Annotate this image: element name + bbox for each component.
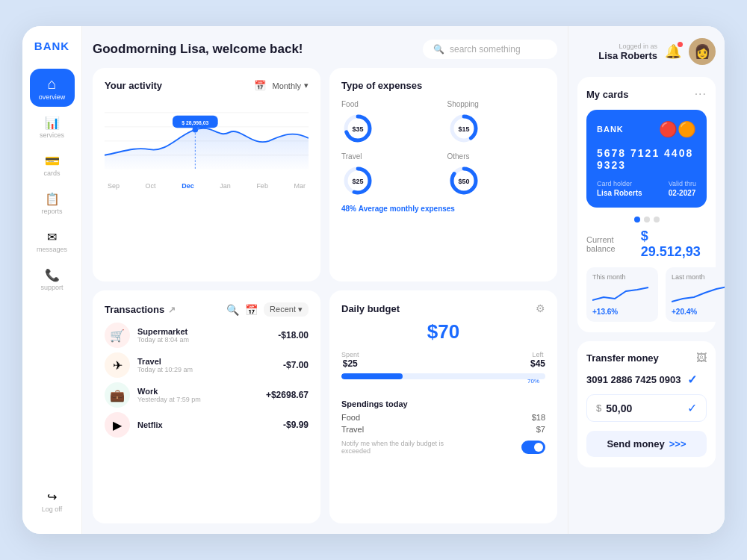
user-logged-as: Logged in as — [598, 43, 657, 50]
budget-spent-col: Spent $25 — [341, 351, 359, 369]
svg-text:$15: $15 — [458, 125, 469, 133]
tx-netflix-info: Netflix — [137, 420, 276, 429]
activity-card: Your activity 📅 Monthly ▾ — [93, 68, 320, 281]
amount-value[interactable]: 50,00 — [606, 402, 683, 414]
cc-holder: Card holder Lisa Roberts — [597, 180, 642, 197]
budget-left-label: Left — [530, 351, 545, 358]
budget-amount: $70 — [341, 320, 545, 343]
budget-spent-label: Spent — [341, 351, 359, 358]
activity-title: Your activity — [105, 80, 162, 91]
progress-spent-pct: 30% — [347, 378, 359, 385]
tx-work: 💼 Work Yesterday at 7:59 pm +$2698.67 — [105, 382, 309, 408]
notification-dot — [678, 42, 683, 47]
transactions-card: Transactions ↗ 🔍 📅 Recent ▾ 🛒 — [93, 290, 320, 523]
spendings-food-value: $18 — [532, 413, 545, 422]
card-dot-1[interactable] — [634, 217, 640, 223]
card-dot-2[interactable] — [644, 217, 650, 223]
my-cards-section: My cards ··· BANK 🔴🟠 5678 7121 4408 9323… — [577, 77, 716, 332]
user-info: Logged in as Lisa Roberts — [598, 43, 657, 61]
search-icon: 🔍 — [433, 44, 444, 55]
tx-supermarket-info: Supermarket Today at 8:04 am — [137, 327, 270, 343]
food-donut-chart: $35 — [341, 112, 374, 145]
card-dot-3[interactable] — [654, 217, 660, 223]
expense-others: Others $50 — [447, 152, 546, 197]
tx-netflix: ▶ Netflix -$9.99 — [105, 412, 309, 438]
tx-supermarket-icon: 🛒 — [105, 323, 130, 348]
cc-bank-name: BANK — [597, 125, 624, 134]
calendar-transactions-icon[interactable]: 📅 — [245, 304, 258, 316]
avg-label: Average monthly expenses — [359, 205, 455, 213]
cc-bottom: Card holder Lisa Roberts Valid thru 02-2… — [597, 180, 696, 197]
search-bar[interactable]: 🔍 search something — [423, 40, 557, 59]
sidebar-item-messages[interactable]: ✉ messages — [30, 224, 75, 259]
tx-work-time: Yesterday at 7:59 pm — [137, 396, 258, 403]
tx-work-amount: +$2698.67 — [266, 390, 309, 400]
notify-toggle[interactable] — [521, 441, 545, 454]
budget-header: Daily budget ⚙ — [341, 302, 545, 314]
amount-field[interactable]: $ 50,00 ✓ — [586, 394, 707, 422]
transfer-icon: 🖼 — [696, 352, 707, 364]
expense-food: Food $35 — [341, 100, 440, 145]
user-name: Lisa Roberts — [598, 50, 657, 61]
sidebar-item-cards[interactable]: 💳 cards — [30, 148, 75, 183]
calendar-icon: 📅 — [254, 80, 266, 91]
sidebar-item-reports[interactable]: 📋 reports — [30, 186, 75, 221]
budget-settings-icon[interactable]: ⚙ — [536, 302, 545, 314]
cc-holder-val: Lisa Roberts — [597, 189, 642, 197]
notify-row: Notify me when the daily budget is excee… — [341, 440, 545, 455]
send-money-label: Send money — [607, 438, 664, 449]
activity-chart: $ 28,998,03 — [105, 97, 309, 179]
tx-netflix-icon: ▶ — [105, 412, 130, 438]
spendings-food-label: Food — [341, 413, 360, 422]
expense-travel: Travel $25 — [341, 152, 440, 197]
right-panel: Logged in as Lisa Roberts 🔔 👩 My cards ·… — [568, 26, 725, 534]
expenses-title: Type of expenses — [341, 80, 545, 91]
tx-work-name: Work — [137, 387, 258, 396]
progress-container: 30% 70% — [341, 373, 545, 385]
expenses-card: Type of expenses Food $35 — [329, 68, 557, 281]
tx-work-icon: 💼 — [105, 382, 130, 408]
tx-supermarket-time: Today at 8:04 am — [137, 336, 270, 343]
balance-label: Current balance — [586, 235, 641, 253]
tx-netflix-name: Netflix — [137, 420, 276, 429]
send-money-button[interactable]: Send money >>> — [586, 431, 707, 457]
services-icon: 📊 — [45, 117, 60, 129]
this-month-chart — [592, 284, 652, 305]
tx-netflix-amount: -$9.99 — [283, 420, 309, 430]
daily-budget-card: Daily budget ⚙ $70 Spent $25 Left $45 — [329, 290, 557, 523]
home-icon: ⌂ — [47, 76, 56, 91]
chart-x-labels: Sep Oct Dec Jan Feb Mar — [105, 182, 309, 190]
expense-travel-donut: $25 — [341, 164, 374, 197]
reports-icon: 📋 — [45, 193, 60, 205]
cc-top: BANK 🔴🟠 — [597, 120, 696, 138]
notification-bell[interactable]: 🔔 — [665, 43, 681, 60]
transfer-title: Transfer money — [586, 352, 659, 364]
expenses-grid: Food $35 Shopping — [341, 100, 545, 197]
cards-menu-button[interactable]: ··· — [695, 87, 707, 101]
sidebar-bottom: ↪ Log off — [30, 484, 75, 522]
tx-supermarket-name: Supermarket — [137, 327, 270, 336]
budget-left-value: $45 — [530, 358, 545, 369]
sidebar-label-cards: cards — [43, 169, 60, 177]
cc-valid: Valid thru 02-2027 — [669, 180, 696, 197]
cc-holder-label: Card holder — [597, 180, 642, 187]
amount-sign: $ — [596, 402, 601, 414]
sidebar-label-overview: overview — [39, 93, 66, 101]
send-arrows-icon: >>> — [669, 438, 686, 449]
others-donut-chart: $50 — [447, 164, 480, 197]
sidebar-item-support[interactable]: 📞 support — [30, 262, 75, 297]
logout-button[interactable]: ↪ Log off — [30, 484, 75, 519]
sidebar-item-services[interactable]: 📊 services — [30, 110, 75, 145]
expense-shopping-label: Shopping — [447, 100, 479, 108]
tx-supermarket-amount: -$18.00 — [278, 330, 309, 340]
transaction-list: 🛒 Supermarket Today at 8:04 am -$18.00 ✈… — [105, 323, 309, 438]
transactions-header: Transactions ↗ 🔍 📅 Recent ▾ — [105, 302, 309, 317]
progress-left-pct: 70% — [527, 378, 539, 385]
logout-label: Log off — [42, 505, 62, 513]
sidebar-item-overview[interactable]: ⌂ overview — [30, 69, 75, 107]
chart-area: $ 28,998,03 — [105, 97, 309, 179]
recent-filter[interactable]: Recent ▾ — [264, 302, 309, 317]
budget-left-col: Left $45 — [530, 351, 545, 369]
period-selector[interactable]: Monthly ▾ — [272, 81, 309, 90]
search-transactions-icon[interactable]: 🔍 — [226, 304, 239, 316]
